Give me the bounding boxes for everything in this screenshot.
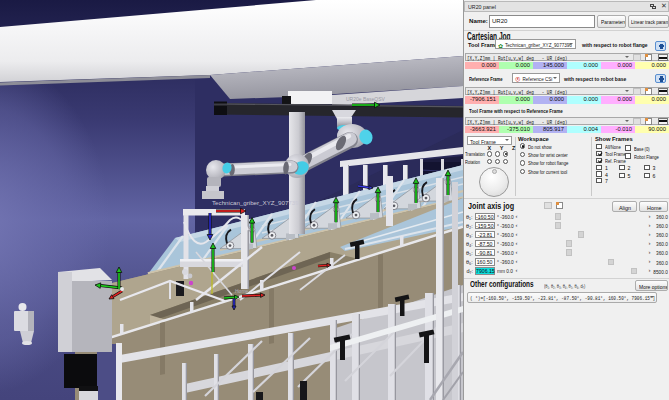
svg-text:Home: Home xyxy=(235,288,249,294)
svg-text:UR20e BaseQSV: UR20e BaseQSV xyxy=(346,96,386,102)
svg-text:Technican_griber_XYZ_907739: Technican_griber_XYZ_907739 xyxy=(212,199,299,206)
